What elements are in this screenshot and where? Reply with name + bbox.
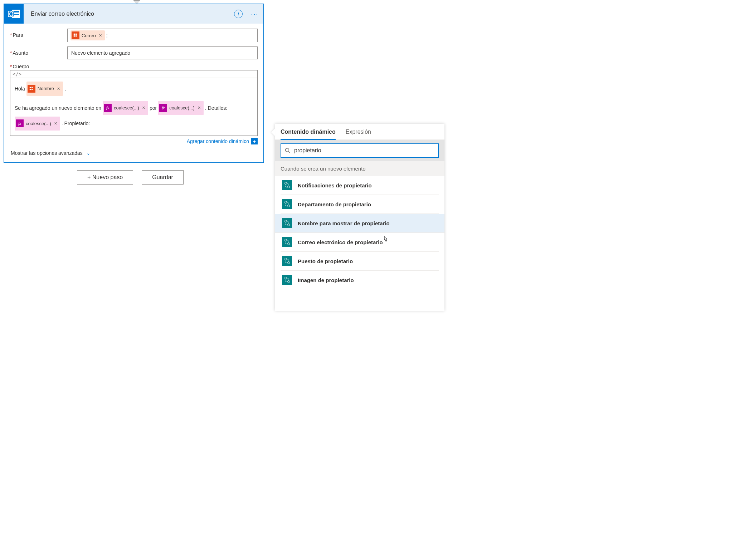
token-remove-icon[interactable]: ✕ <box>197 103 201 113</box>
advanced-label: Mostrar las opciones avanzadas <box>11 150 83 156</box>
token-coalesce[interactable]: fx coalesce(...) ✕ <box>103 101 148 115</box>
token-remove-icon[interactable]: ✕ <box>141 103 146 113</box>
field-to-row: *Para Correo ✕ ; <box>10 29 258 42</box>
dynamic-item[interactable]: Correo electrónico de propietario <box>281 233 439 252</box>
body-editor: </> Hola Nombre ✕ , Se ha agregado un nu… <box>10 70 258 136</box>
body-content[interactable]: Hola Nombre ✕ , Se ha agregado un nuevo … <box>10 78 257 136</box>
dynamic-content-panel: Contenido dinámico Expresión Cuando se c… <box>275 124 444 311</box>
save-button[interactable]: Guardar <box>142 170 184 185</box>
sharepoint-icon <box>282 237 292 247</box>
plus-icon[interactable]: + <box>251 138 258 144</box>
dynamic-item-label: Notificaciones de propietario <box>298 182 372 188</box>
office-icon <box>72 31 79 39</box>
dynamic-item-label: Nombre para mostrar de propietario <box>298 220 390 226</box>
svg-point-8 <box>286 148 289 152</box>
outlook-icon <box>4 4 24 24</box>
sharepoint-icon <box>282 275 292 285</box>
dynamic-item[interactable]: Puesto de propietario <box>281 252 439 271</box>
fx-icon: fx <box>16 119 24 127</box>
dynamic-item-label: Departamento de propietario <box>298 201 371 207</box>
card-title: Enviar correo electrónico <box>24 11 234 17</box>
body-label: *Cuerpo <box>10 64 258 69</box>
body-text: , <box>64 82 66 95</box>
svg-rect-1 <box>76 34 77 35</box>
dynamic-item-label: Imagen de propietario <box>298 277 354 283</box>
action-card: Enviar correo electrónico i ··· *Para Co… <box>4 4 264 163</box>
token-nombre[interactable]: Nombre ✕ <box>26 82 63 96</box>
svg-rect-6 <box>30 89 31 90</box>
code-view-toggle[interactable]: </> <box>10 70 257 78</box>
field-subject-row: *Asunto Nuevo elemento agregado <box>10 46 258 59</box>
office-icon <box>28 85 35 93</box>
info-icon[interactable]: i <box>234 10 243 18</box>
to-input[interactable]: Correo ✕ ; <box>67 29 258 42</box>
svg-rect-5 <box>31 87 33 88</box>
chevron-down-icon: ⌄ <box>86 150 91 156</box>
svg-rect-3 <box>76 35 77 37</box>
fx-icon: fx <box>104 104 112 112</box>
dynamic-group-header: Cuando se crea un nuevo elemento <box>275 161 444 176</box>
svg-line-9 <box>289 152 291 153</box>
token-remove-icon[interactable]: ✕ <box>53 118 58 129</box>
dynamic-item-label: Puesto de propietario <box>298 258 353 264</box>
token-remove-icon[interactable]: ✕ <box>56 84 61 94</box>
body-text: . Propietario: <box>62 117 90 130</box>
separator-text: ; <box>106 33 108 38</box>
dynamic-item[interactable]: Departamento de propietario <box>281 195 439 214</box>
tab-dynamic-content[interactable]: Contenido dinámico <box>281 129 336 140</box>
sharepoint-icon <box>282 180 292 190</box>
dynamic-item[interactable]: Nombre para mostrar de propietario <box>275 214 444 233</box>
sharepoint-icon <box>282 199 292 209</box>
card-header[interactable]: Enviar correo electrónico i ··· <box>4 4 263 24</box>
body-text: . Detalles: <box>205 102 227 114</box>
svg-rect-7 <box>31 89 33 90</box>
body-text: Hola <box>15 82 25 95</box>
to-label: *Para <box>10 29 67 38</box>
subject-input[interactable]: Nuevo elemento agregado <box>67 46 258 59</box>
token-coalesce[interactable]: fx coalesce(...) ✕ <box>158 101 204 115</box>
tab-expression[interactable]: Expresión <box>346 129 371 139</box>
search-input[interactable] <box>294 147 434 154</box>
dynamic-item[interactable]: Imagen de propietario <box>281 271 439 289</box>
sharepoint-icon <box>282 218 292 228</box>
add-dynamic-content-link[interactable]: Agregar contenido dinámico <box>187 138 249 144</box>
token-remove-icon[interactable]: ✕ <box>98 33 103 38</box>
body-text: Se ha agregado un nuevo elemento en <box>15 102 101 114</box>
new-step-button[interactable]: + Nuevo paso <box>77 170 133 185</box>
more-icon[interactable]: ··· <box>249 8 261 20</box>
dynamic-item-label: Correo electrónico de propietario <box>298 239 383 245</box>
svg-rect-2 <box>74 35 75 37</box>
sharepoint-icon <box>282 256 292 266</box>
search-icon <box>285 148 291 153</box>
dynamic-item[interactable]: Notificaciones de propietario <box>281 176 439 195</box>
token-coalesce[interactable]: fx coalesce(...) ✕ <box>15 117 60 131</box>
fx-icon: fx <box>159 104 167 112</box>
svg-rect-0 <box>74 34 75 35</box>
subject-label: *Asunto <box>10 46 67 56</box>
body-text: por <box>150 102 157 114</box>
show-advanced-toggle[interactable]: Mostrar las opciones avanzadas ⌄ <box>10 148 258 159</box>
token-correo[interactable]: Correo ✕ <box>70 30 105 40</box>
search-input-wrap[interactable] <box>281 143 439 158</box>
svg-rect-4 <box>30 87 31 88</box>
